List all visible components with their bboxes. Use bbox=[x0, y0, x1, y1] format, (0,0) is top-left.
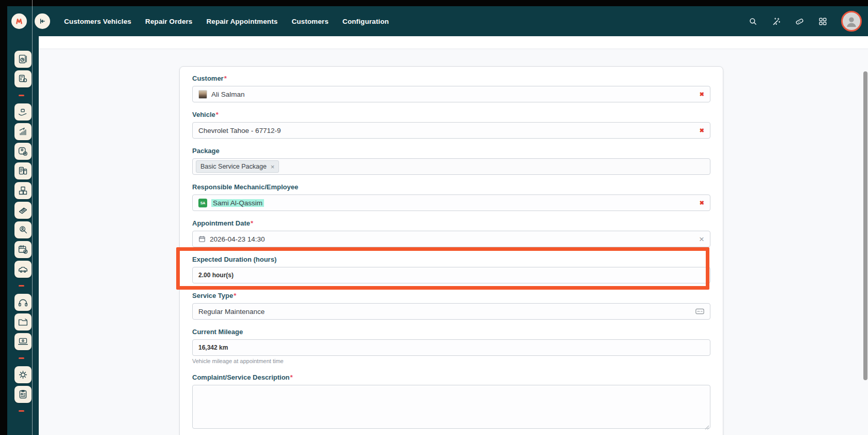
sidebar-toggle-button[interactable] bbox=[35, 13, 50, 29]
sidebar-app-clipboard-person[interactable] bbox=[14, 386, 32, 403]
nav-item-repair-orders[interactable]: Repair Orders bbox=[145, 18, 192, 25]
mechanic-label: Responsible Mechanic/Employee bbox=[192, 183, 298, 191]
vehicle-input[interactable]: Chevrolet Tahoe - 67712-9 ✖ bbox=[192, 122, 710, 139]
appointment-form-card: Customer* Ali Salman ✖ Vehicle* Chevrole… bbox=[179, 66, 723, 435]
journal-clock-icon bbox=[18, 54, 28, 65]
sidebar-separator bbox=[19, 285, 24, 287]
sidebar-app-folder[interactable] bbox=[14, 313, 32, 331]
required-asterisk: * bbox=[251, 219, 253, 227]
headphones-icon bbox=[18, 297, 28, 308]
clear-vehicle-icon[interactable]: ✖ bbox=[700, 128, 704, 133]
magic-wand-icon[interactable] bbox=[771, 17, 781, 26]
required-asterisk: * bbox=[224, 74, 227, 82]
nav-item-customers[interactable]: Customers bbox=[291, 18, 328, 25]
package-label: Package bbox=[192, 147, 220, 155]
appointment-date-input[interactable]: 2026-04-23 14:30 × bbox=[192, 231, 710, 247]
sidebar-app-growth-chart[interactable] bbox=[14, 123, 32, 140]
field-service-type: Service Type* Regular Maintenance bbox=[192, 292, 710, 320]
clear-mechanic-icon[interactable]: ✖ bbox=[700, 200, 704, 206]
mileage-value: 16,342 km bbox=[198, 344, 704, 351]
nav-item-repair-appointments[interactable]: Repair Appointments bbox=[206, 18, 277, 25]
scale-icon bbox=[18, 146, 28, 157]
mileage-input[interactable]: 16,342 km bbox=[192, 339, 710, 356]
vehicle-label: Vehicle bbox=[192, 111, 215, 118]
mileage-help-text: Vehicle mileage at appointment time bbox=[192, 358, 710, 365]
sidebar-app-packages[interactable] bbox=[14, 182, 32, 199]
search-person-icon bbox=[18, 224, 28, 235]
collapse-arrow-icon bbox=[38, 17, 47, 25]
main-content: Customer* Ali Salman ✖ Vehicle* Chevrole… bbox=[39, 36, 868, 435]
calculator-icon bbox=[18, 73, 28, 84]
growth-chart-icon bbox=[18, 126, 28, 137]
sidebar-app-pos-terminal[interactable] bbox=[14, 202, 32, 219]
customer-label: Customer bbox=[192, 74, 224, 82]
app-logo[interactable] bbox=[11, 13, 27, 29]
nav-item-customers-vehicles[interactable]: Customers Vehicles bbox=[64, 18, 131, 25]
field-mechanic: Responsible Mechanic/Employee SA Sami Al… bbox=[192, 183, 710, 211]
clear-customer-icon[interactable]: ✖ bbox=[700, 92, 704, 97]
control-panel-band bbox=[39, 36, 868, 49]
capsule-icon[interactable] bbox=[795, 17, 804, 26]
required-asterisk: * bbox=[234, 292, 236, 299]
remove-tag-icon[interactable]: × bbox=[271, 163, 275, 170]
customer-avatar bbox=[198, 90, 207, 99]
package-input[interactable]: Basic Service Package × bbox=[192, 158, 710, 175]
mechanic-name-highlight: Sami Al-Qassim bbox=[211, 199, 264, 207]
pos-terminal-icon bbox=[18, 205, 28, 216]
vehicle-value: Chevrolet Tahoe - 67712-9 bbox=[198, 127, 695, 134]
mechanic-avatar: SA bbox=[198, 199, 207, 207]
sidebar-app-journal-clock[interactable] bbox=[14, 51, 32, 68]
customer-value: Ali Salman bbox=[211, 91, 695, 98]
apps-grid-icon[interactable] bbox=[818, 17, 828, 26]
mechanic-value: Sami Al-Qassim bbox=[211, 199, 695, 207]
sidebar-app-calculator[interactable] bbox=[14, 70, 32, 87]
sidebar-separator bbox=[19, 410, 24, 412]
package-tag-label: Basic Service Package bbox=[200, 163, 267, 170]
sidebar-app-headphones[interactable] bbox=[14, 294, 32, 311]
sidebar-app-calendar-check[interactable] bbox=[14, 241, 32, 258]
search-icon[interactable] bbox=[748, 17, 758, 26]
calendar-icon bbox=[198, 235, 206, 243]
customer-input[interactable]: Ali Salman ✖ bbox=[192, 86, 710, 102]
complaint-textarea[interactable] bbox=[192, 385, 710, 429]
packages-icon bbox=[18, 185, 28, 196]
required-asterisk: * bbox=[290, 373, 293, 381]
appointment-date-label: Appointment Date bbox=[192, 219, 250, 227]
field-appointment-date: Appointment Date* 2026-04-23 14:30 × bbox=[192, 219, 710, 247]
sidebar-separator bbox=[19, 95, 24, 96]
vertical-scrollbar[interactable] bbox=[863, 71, 867, 380]
duration-input[interactable]: 2.00 hour(s) bbox=[192, 267, 710, 283]
user-avatar[interactable] bbox=[841, 11, 862, 32]
folder-icon bbox=[18, 317, 28, 327]
sidebar-app-clipboard-calculator[interactable] bbox=[14, 162, 32, 179]
hand-service-icon bbox=[18, 107, 28, 117]
top-navbar: Customers Vehicles Repair Orders Repair … bbox=[7, 6, 868, 36]
sidebar-app-car[interactable] bbox=[14, 261, 32, 278]
sidebar-app-hand-service[interactable] bbox=[14, 103, 32, 121]
logo-mark-icon bbox=[14, 16, 24, 26]
selection-field-icon[interactable] bbox=[695, 308, 704, 314]
field-mileage: Current Mileage 16,342 km Vehicle mileag… bbox=[192, 328, 710, 365]
nav-item-configuration[interactable]: Configuration bbox=[343, 18, 389, 25]
required-asterisk: * bbox=[216, 111, 219, 118]
sidebar-app-settings[interactable] bbox=[14, 366, 32, 383]
laptop-icon bbox=[18, 336, 28, 347]
field-vehicle: Vehicle* Chevrolet Tahoe - 67712-9 ✖ bbox=[192, 111, 710, 139]
sidebar-app-laptop[interactable] bbox=[14, 333, 32, 350]
package-tag[interactable]: Basic Service Package × bbox=[196, 160, 279, 173]
service-type-input[interactable]: Regular Maintenance bbox=[192, 303, 710, 320]
apps-sidebar bbox=[7, 36, 39, 435]
service-type-value: Regular Maintenance bbox=[198, 308, 691, 316]
clipboard-person-icon bbox=[18, 389, 28, 400]
duration-value: 2.00 hour(s) bbox=[198, 272, 704, 279]
clear-date-icon[interactable]: × bbox=[699, 235, 704, 244]
mechanic-input[interactable]: SA Sami Al-Qassim ✖ bbox=[192, 194, 710, 211]
nav-right-icons bbox=[748, 6, 868, 36]
sidebar-separator bbox=[19, 357, 24, 359]
appointment-date-value: 2026-04-23 14:30 bbox=[210, 235, 695, 243]
person-silhouette-icon bbox=[844, 14, 859, 28]
field-complaint: Complaint/Service Description* bbox=[192, 373, 710, 431]
field-customer: Customer* Ali Salman ✖ bbox=[192, 74, 710, 102]
sidebar-app-scale[interactable] bbox=[14, 143, 32, 160]
sidebar-app-search-person[interactable] bbox=[14, 221, 32, 238]
